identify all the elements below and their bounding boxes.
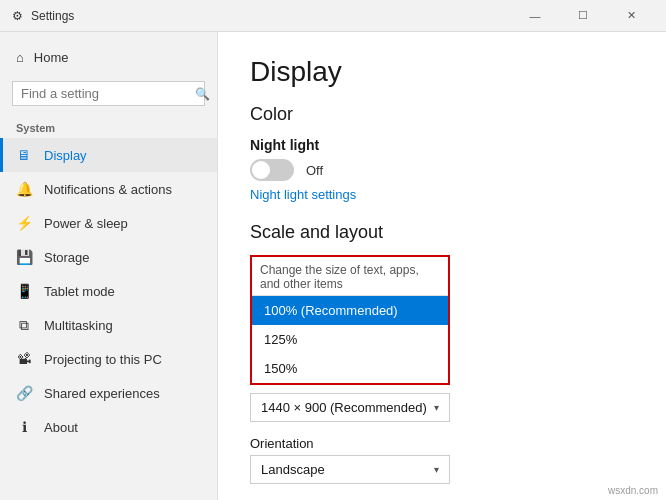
sidebar-item-power-label: Power & sleep (44, 216, 128, 231)
sidebar-item-about[interactable]: ℹ About (0, 410, 217, 444)
scale-dropdown-container[interactable]: Change the size of text, apps, and other… (250, 255, 450, 385)
sidebar-item-projecting-label: Projecting to this PC (44, 352, 162, 367)
color-section-title: Color (250, 104, 634, 125)
sidebar-item-display-label: Display (44, 148, 87, 163)
main-content: Display Color Night light Off Night ligh… (218, 32, 666, 500)
scale-section: Scale and layout Change the size of text… (250, 222, 634, 484)
color-section: Color Night light Off Night light settin… (250, 104, 634, 202)
title-bar: ⚙ Settings — ☐ ✕ (0, 0, 666, 32)
sidebar-item-storage[interactable]: 💾 Storage (0, 240, 217, 274)
maximize-button[interactable]: ☐ (560, 0, 606, 32)
scale-option-125[interactable]: 125% (252, 325, 448, 354)
scale-section-title: Scale and layout (250, 222, 634, 243)
search-box[interactable]: 🔍 (12, 81, 205, 106)
projecting-icon: 📽 (16, 351, 32, 367)
power-icon: ⚡ (16, 215, 32, 231)
night-light-label: Night light (250, 137, 634, 153)
resolution-row: 1440 × 900 (Recommended) ▾ (250, 393, 634, 422)
search-input[interactable] (21, 86, 189, 101)
window-controls: — ☐ ✕ (512, 0, 654, 32)
sidebar: ⌂ Home 🔍 System 🖥 Display 🔔 Notification… (0, 32, 218, 500)
sidebar-item-storage-label: Storage (44, 250, 90, 265)
storage-icon: 💾 (16, 249, 32, 265)
notifications-icon: 🔔 (16, 181, 32, 197)
watermark: wsxdn.com (608, 485, 658, 496)
app-container: ⌂ Home 🔍 System 🖥 Display 🔔 Notification… (0, 32, 666, 500)
sidebar-item-about-label: About (44, 420, 78, 435)
sidebar-item-shared-label: Shared experiences (44, 386, 160, 401)
tablet-icon: 📱 (16, 283, 32, 299)
toggle-knob (252, 161, 270, 179)
sidebar-item-shared[interactable]: 🔗 Shared experiences (0, 376, 217, 410)
sidebar-item-projecting[interactable]: 📽 Projecting to this PC (0, 342, 217, 376)
resolution-value: 1440 × 900 (Recommended) (261, 400, 427, 415)
search-icon: 🔍 (195, 87, 210, 101)
orientation-label: Orientation (250, 436, 634, 451)
night-light-row: Off (250, 159, 634, 181)
about-icon: ℹ (16, 419, 32, 435)
sidebar-item-display[interactable]: 🖥 Display (0, 138, 217, 172)
sidebar-section-label: System (0, 112, 217, 138)
page-title: Display (250, 56, 634, 88)
orientation-value: Landscape (261, 462, 325, 477)
sidebar-item-notifications[interactable]: 🔔 Notifications & actions (0, 172, 217, 206)
orientation-select[interactable]: Landscape ▾ (250, 455, 450, 484)
sidebar-home-label: Home (34, 50, 69, 65)
sidebar-home-button[interactable]: ⌂ Home (0, 40, 217, 75)
sidebar-item-tablet[interactable]: 📱 Tablet mode (0, 274, 217, 308)
multitasking-icon: ⧉ (16, 317, 32, 333)
sidebar-item-multitasking-label: Multitasking (44, 318, 113, 333)
settings-icon: ⚙ (12, 9, 23, 23)
toggle-state-label: Off (306, 163, 323, 178)
sidebar-item-tablet-label: Tablet mode (44, 284, 115, 299)
display-icon: 🖥 (16, 147, 32, 163)
sidebar-item-power[interactable]: ⚡ Power & sleep (0, 206, 217, 240)
scale-dropdown-label: Change the size of text, apps, and other… (252, 257, 448, 296)
orientation-chevron: ▾ (434, 464, 439, 475)
sidebar-item-multitasking[interactable]: ⧉ Multitasking (0, 308, 217, 342)
night-light-toggle[interactable] (250, 159, 294, 181)
scale-option-150[interactable]: 150% (252, 354, 448, 383)
resolution-chevron: ▾ (434, 402, 439, 413)
shared-icon: 🔗 (16, 385, 32, 401)
night-light-settings-link[interactable]: Night light settings (250, 187, 634, 202)
scale-option-100[interactable]: 100% (Recommended) (252, 296, 448, 325)
orientation-row: Landscape ▾ (250, 455, 634, 484)
minimize-button[interactable]: — (512, 0, 558, 32)
resolution-select[interactable]: 1440 × 900 (Recommended) ▾ (250, 393, 450, 422)
title-bar-label: Settings (31, 9, 74, 23)
home-icon: ⌂ (16, 50, 24, 65)
orientation-section: Orientation Landscape ▾ (250, 436, 634, 484)
sidebar-item-notifications-label: Notifications & actions (44, 182, 172, 197)
close-button[interactable]: ✕ (608, 0, 654, 32)
